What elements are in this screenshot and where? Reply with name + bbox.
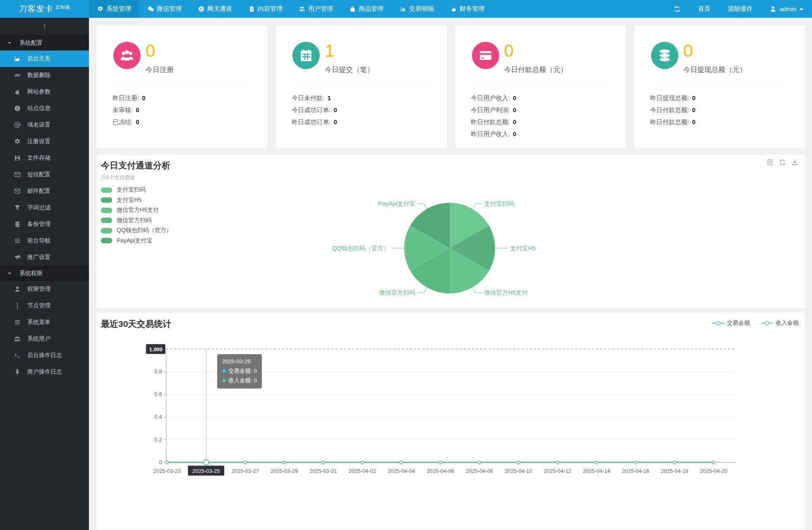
info-icon (14, 105, 21, 112)
legend-swatch (101, 218, 112, 223)
refresh-button[interactable] (665, 0, 689, 18)
chart-toolbox (766, 159, 798, 166)
sidebar-entry[interactable]: 节点管理 (0, 297, 89, 314)
envelope-icon (14, 171, 21, 178)
divider (653, 85, 787, 86)
line-legend-label: 收入金额 (776, 319, 799, 327)
stat-row-value: 0 (333, 106, 337, 113)
line-legend-item[interactable]: 交易金额 (712, 319, 750, 327)
nav-item[interactable]: 用户管理 (291, 0, 341, 18)
stat-row: 昨日提现总额:0 (650, 92, 805, 104)
sidebar-entry[interactable]: 域名设置 (0, 117, 89, 133)
megaphone-icon (14, 254, 21, 261)
tooltip-row-label: 收入金额: (228, 377, 252, 384)
sidebar-entry[interactable]: 系统配置 (0, 35, 89, 50)
svg-text:2025-04-16: 2025-04-16 (622, 468, 649, 474)
sidebar-entry[interactable]: 站点信息 (0, 100, 89, 117)
svg-text:2025-04-12: 2025-04-12 (544, 468, 571, 474)
sidebar-entry-label: 权限管理 (27, 285, 50, 293)
calendar-icon (299, 48, 313, 62)
legend-swatch (101, 197, 112, 203)
pie-legend-item[interactable]: 微信官方H5支付 (101, 205, 208, 216)
coins-icon (658, 48, 672, 62)
sidebar-entry[interactable]: 权限管理 (0, 281, 89, 297)
sidebar-entry-label: 后台主页 (27, 55, 50, 62)
svg-text:2025-04-04: 2025-04-04 (388, 468, 415, 474)
sidebar-entry[interactable]: 推广设置 (0, 249, 89, 266)
sidebar-entry[interactable]: 邮件配置 (0, 183, 89, 199)
pin-icon (14, 369, 21, 375)
clear-cache-link[interactable]: 清除缓存 (719, 0, 761, 18)
sidebar-entry[interactable]: 短信配置 (0, 166, 89, 183)
pie-legend-item[interactable]: 支付宝扫码 (101, 185, 208, 195)
line-legend-item[interactable]: 收入金额 (761, 319, 799, 327)
nav-item[interactable]: 微信管理 (139, 0, 190, 18)
sidebar-entry[interactable]: 系统菜单 (0, 314, 89, 331)
stat-card-value: 0 (146, 42, 174, 60)
sidebar-entry-label: 系统菜单 (27, 319, 50, 326)
nav-item[interactable]: 系统管理 (89, 0, 139, 18)
users-icon (120, 48, 134, 62)
svg-text:0.4: 0.4 (154, 414, 162, 420)
stat-row-value: 0 (333, 118, 337, 125)
sidebar-entry[interactable]: 文件存储 (0, 150, 89, 166)
stat-row: 今日未付款:1 (292, 92, 447, 104)
top-navbar: 刀客发卡 定制版 系统管理 微信管理 P 网关通道 内容管理 用户管理 商品管理 (0, 0, 812, 18)
nav-item[interactable]: 交易明细 (392, 0, 442, 18)
restore-icon[interactable] (779, 159, 786, 166)
sidebar-entry[interactable]: 系统权限 (0, 266, 89, 281)
sidebar-entry[interactable]: 备份管理 (0, 216, 89, 233)
database-icon (14, 221, 21, 228)
home-link[interactable]: 首页 (689, 0, 719, 18)
wechat-icon (148, 6, 154, 12)
pie-legend-item[interactable]: 支付宝H5 (101, 195, 208, 206)
stat-row-label: 昨日付款总额: (650, 118, 689, 125)
nav-item[interactable]: 财务管理 (442, 0, 493, 18)
pie-legend: 支付宝扫码 支付宝H5 微信官方H5支付 微信官方扫码 QQ钱包扫码（官方） (101, 185, 208, 246)
stat-card-numlabel: 0 今日注册 (146, 42, 174, 74)
svg-text:PayApi支付宝: PayApi支付宝 (378, 200, 415, 207)
sidebar-entry[interactable]: 网站参数 (0, 84, 89, 100)
stat-card-rows: 昨日提现总额:0 今日付款总额:0 昨日付款总额:0 (634, 92, 805, 128)
sidebar-entry[interactable]: 商户操作日志 (0, 364, 89, 380)
legend-label: 支付宝扫码 (117, 186, 146, 194)
stat-row-value: 0 (692, 118, 695, 125)
tooltip-dot (222, 379, 226, 382)
nav-item[interactable]: P 网关通道 (190, 0, 240, 18)
sidebar-entry-label: 文件存储 (27, 154, 50, 162)
sidebar-entry-label: 系统权限 (19, 270, 43, 277)
stat-row-value: 0 (513, 130, 516, 137)
nav-menu: 系统管理 微信管理 P 网关通道 内容管理 用户管理 商品管理 交易明细 (89, 0, 493, 18)
legend-label: 支付宝H5 (117, 197, 141, 204)
svg-text:1.000: 1.000 (149, 346, 163, 353)
download-icon[interactable] (791, 159, 798, 166)
stat-card: 0 今日付款总额（元） 今日用户收入:0 今日用户利润:0 昨日付款总额:0 (455, 25, 627, 149)
sidebar-entry[interactable]: 前台导航 (0, 233, 89, 249)
app-logo: 刀客发卡 定制版 (0, 0, 89, 18)
stat-row-label: 今日成功订单: (292, 106, 331, 113)
at-icon (14, 122, 21, 128)
legend-swatch (101, 228, 112, 233)
legend-label: 微信官方H5支付 (117, 206, 159, 214)
sidebar-entry-label: 邮件配置 (27, 187, 50, 195)
pie-legend-item[interactable]: PayApi支付宝 (101, 236, 208, 246)
stat-row-value: 1 (327, 94, 331, 101)
nav-item[interactable]: 内容管理 (240, 0, 291, 18)
stat-row-label: 今日付款总额: (650, 106, 689, 113)
nav-item[interactable]: 商品管理 (341, 0, 392, 18)
pie-legend-item[interactable]: 微信官方扫码 (101, 216, 208, 226)
sidebar-collapse-button[interactable] (0, 18, 89, 35)
sidebar-entry[interactable]: 数据删除 (0, 67, 89, 84)
sidebar-entry[interactable]: 系统用户 (0, 331, 89, 347)
user-group-icon (299, 6, 305, 12)
data-view-icon[interactable] (766, 159, 774, 166)
stat-row: 未审核:0 (113, 104, 268, 116)
user-menu[interactable]: admin (761, 0, 812, 18)
stat-card: 1 今日提交（笔） 今日未付款:1 今日成功订单:0 昨日成功订单:0 (275, 25, 447, 149)
sidebar-entry[interactable]: 注册设置 (0, 133, 89, 150)
sidebar-entry[interactable]: 后台操作日志 (0, 347, 89, 364)
pie-legend-item[interactable]: QQ钱包扫码（官方） (101, 225, 208, 236)
sidebar-entry[interactable]: 后台主页 (0, 50, 89, 67)
svg-text:QQ钱包扫码（官方）: QQ钱包扫码（官方） (332, 245, 389, 252)
sidebar-entry[interactable]: 字词过滤 (0, 199, 89, 216)
